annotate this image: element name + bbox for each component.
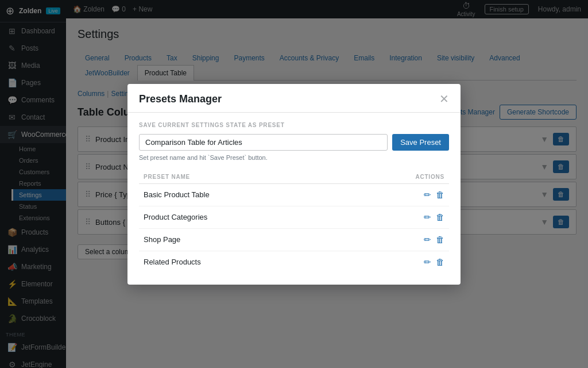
- modal-body: SAVE CURRENT SETTINGS STATE AS PRESET Sa…: [127, 113, 461, 285]
- modal-close-button[interactable]: ✕: [439, 93, 449, 105]
- preset-name-cell: Basic Product Table: [139, 183, 345, 206]
- list-item: Product Categories ✏ 🗑: [139, 206, 449, 228]
- presets-table: PRESET NAME ACTIONS Basic Product Table …: [139, 170, 449, 273]
- list-item: Basic Product Table ✏ 🗑: [139, 183, 449, 206]
- list-item: Related Products ✏ 🗑: [139, 251, 449, 273]
- preset-name-column-header: PRESET NAME: [139, 170, 345, 184]
- modal-section-label: SAVE CURRENT SETTINGS STATE AS PRESET: [139, 122, 449, 128]
- modal-overlay: Presets Manager ✕ SAVE CURRENT SETTINGS …: [0, 0, 588, 368]
- delete-preset-button[interactable]: 🗑: [436, 212, 444, 222]
- actions-cell: ✏ 🗑: [349, 212, 444, 223]
- preset-name-cell: Shop Page: [139, 228, 345, 251]
- edit-preset-button[interactable]: ✏: [424, 257, 431, 267]
- actions-cell: ✏ 🗑: [349, 190, 444, 200]
- actions-column-header: ACTIONS: [345, 170, 449, 184]
- edit-preset-button[interactable]: ✏: [424, 235, 431, 245]
- delete-preset-button[interactable]: 🗑: [436, 235, 444, 244]
- preset-name-cell: Product Categories: [139, 206, 345, 228]
- actions-cell: ✏ 🗑: [349, 235, 444, 245]
- edit-preset-button[interactable]: ✏: [424, 190, 431, 200]
- preset-name-input[interactable]: [139, 134, 388, 151]
- modal-input-row: Save Preset: [139, 134, 449, 151]
- save-preset-button[interactable]: Save Preset: [392, 134, 449, 151]
- modal-title: Presets Manager: [139, 93, 222, 105]
- edit-preset-button[interactable]: ✏: [424, 212, 431, 223]
- list-item: Shop Page ✏ 🗑: [139, 228, 449, 251]
- delete-preset-button[interactable]: 🗑: [436, 257, 444, 267]
- preset-name-cell: Related Products: [139, 251, 345, 273]
- modal-hint: Set preset name and hit `Save Preset` bu…: [139, 154, 449, 161]
- modal-header: Presets Manager ✕: [127, 84, 461, 113]
- actions-cell: ✏ 🗑: [349, 257, 444, 267]
- presets-manager-modal: Presets Manager ✕ SAVE CURRENT SETTINGS …: [127, 84, 461, 285]
- delete-preset-button[interactable]: 🗑: [436, 190, 444, 200]
